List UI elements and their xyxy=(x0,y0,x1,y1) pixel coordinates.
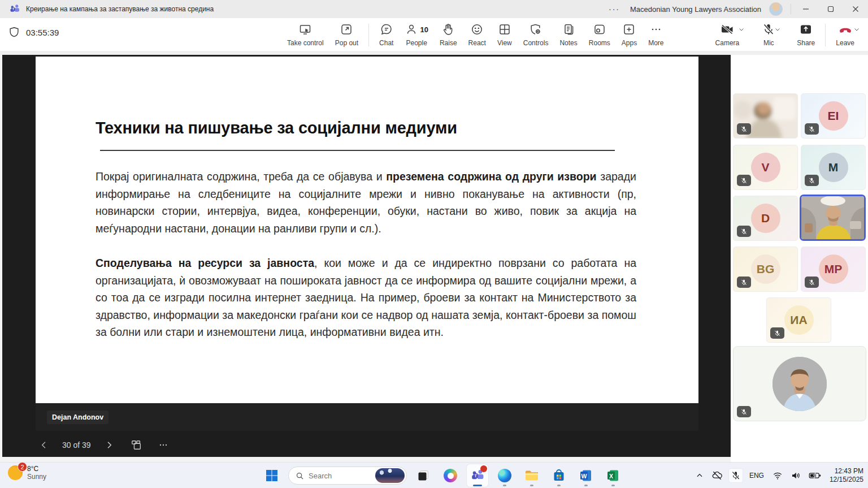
mic-muted-icon xyxy=(770,327,784,339)
notes-button[interactable]: Notes xyxy=(554,23,583,47)
account-name[interactable]: Macedonian Young Lawyers Association xyxy=(630,5,761,14)
weather-widget[interactable]: 2 8°C Sunny xyxy=(8,465,46,481)
apps-button[interactable]: Apps xyxy=(616,23,643,47)
camera-off-icon xyxy=(720,23,735,36)
participant-initials: V xyxy=(751,153,780,182)
self-view-tile[interactable] xyxy=(733,346,866,421)
search-box[interactable] xyxy=(288,467,407,485)
clock[interactable]: 12:43 PM 12/15/2025 xyxy=(830,467,863,484)
participant-tile-active-speaker[interactable] xyxy=(800,195,866,241)
search-icon xyxy=(296,472,304,480)
take-control-icon xyxy=(298,23,312,36)
weather-temp: 8°C xyxy=(27,465,46,473)
chat-button[interactable]: Chat xyxy=(374,23,399,47)
edge-button[interactable] xyxy=(494,464,515,487)
language-indicator[interactable]: ENG xyxy=(747,472,766,480)
excel-running-indicator xyxy=(611,485,615,486)
more-button[interactable]: More xyxy=(643,23,669,47)
notification-badge: 2 xyxy=(18,462,27,472)
mic-muted-icon xyxy=(737,406,751,417)
pop-out-button[interactable]: Pop out xyxy=(329,23,364,47)
mic-options-chevron-icon[interactable] xyxy=(774,26,781,33)
leave-options-chevron-icon[interactable] xyxy=(853,26,860,33)
react-icon xyxy=(470,23,484,36)
participant-tile-initials[interactable]: D xyxy=(733,196,798,241)
view-icon xyxy=(498,23,511,36)
participant-initials: D xyxy=(751,204,780,233)
maximize-button[interactable] xyxy=(818,0,843,18)
mic-muted-icon xyxy=(805,175,819,186)
presentation-stage: Техники на пишување за социјални медиуми… xyxy=(2,55,731,457)
mic-muted-icon xyxy=(737,175,751,186)
participant-initials: MP xyxy=(819,254,848,284)
participant-tile-initials[interactable]: MP xyxy=(801,247,866,292)
take-control-button[interactable]: Take control xyxy=(281,23,329,47)
minimize-button[interactable] xyxy=(793,0,818,18)
participant-tile-initials[interactable]: EI xyxy=(801,93,866,139)
titlebar-overflow-icon[interactable]: ··· xyxy=(598,5,630,14)
word-button[interactable]: W xyxy=(575,464,597,487)
tray-time: 12:43 PM xyxy=(835,467,863,475)
raise-hand-button[interactable]: Raise xyxy=(434,23,463,47)
search-highlight-image[interactable] xyxy=(375,468,405,483)
wifi-icon[interactable] xyxy=(771,469,784,482)
rooms-button[interactable]: Rooms xyxy=(583,23,616,47)
slide-paragraph-1: Покрај оригиналната содржина, треба да с… xyxy=(96,168,636,237)
task-view-button[interactable] xyxy=(413,464,434,487)
file-explorer-button[interactable] xyxy=(521,464,542,487)
svg-text:W: W xyxy=(581,473,587,480)
volume-icon[interactable] xyxy=(789,469,802,482)
participant-tile-initials[interactable]: M xyxy=(801,145,866,190)
window-titlebar: T Креирање на кампања за застапување за … xyxy=(0,0,868,18)
mic-button[interactable]: Mic xyxy=(756,23,776,47)
previous-slide-button[interactable] xyxy=(37,438,51,452)
share-button[interactable]: Share xyxy=(791,23,821,47)
onedrive-paused-icon[interactable] xyxy=(710,468,724,483)
participant-tile-initials[interactable]: V xyxy=(733,145,798,190)
raise-hand-icon xyxy=(441,23,455,36)
teams-button[interactable]: T xyxy=(467,464,488,487)
toolbar-bottom-strip xyxy=(0,51,868,55)
participant-tile-initials[interactable]: BG xyxy=(733,247,798,292)
apps-icon xyxy=(622,23,636,36)
page-indicator: 30 of 39 xyxy=(62,441,91,450)
teams-running-indicator xyxy=(473,485,482,486)
tray-mic-muted-icon[interactable] xyxy=(729,469,743,482)
account-avatar[interactable] xyxy=(769,2,783,16)
participant-tile-initials[interactable]: ИА xyxy=(766,297,831,343)
tray-date: 12/15/2025 xyxy=(830,476,863,483)
camera-options-chevron-icon[interactable] xyxy=(738,26,745,33)
slide-title-rule xyxy=(100,150,615,151)
react-button[interactable]: React xyxy=(463,23,492,47)
tray-chevron-icon[interactable] xyxy=(694,470,705,481)
people-button[interactable]: 10 People xyxy=(399,23,433,47)
start-button[interactable] xyxy=(261,464,283,487)
slide-more-options-icon[interactable] xyxy=(155,437,171,453)
participant-initials: EI xyxy=(819,101,848,131)
word-running-indicator xyxy=(584,485,588,486)
teams-logo-icon: T xyxy=(9,3,20,15)
people-icon xyxy=(405,23,418,36)
taskbar: 2 8°C Sunny T xyxy=(0,462,868,488)
copilot-button[interactable] xyxy=(440,464,461,487)
svg-text:X: X xyxy=(609,473,613,480)
participant-initials: M xyxy=(819,153,848,182)
controls-button[interactable]: Controls xyxy=(518,23,554,47)
participant-tile-video[interactable] xyxy=(733,93,798,139)
search-input[interactable] xyxy=(309,472,370,480)
close-button[interactable] xyxy=(843,0,868,18)
meeting-toolbar: 03:55:39 Take control Pop out Chat 10 Pe… xyxy=(0,18,868,51)
presenter-name: Dejan Andonov xyxy=(47,411,108,424)
participant-initials: BG xyxy=(751,254,780,284)
mic-muted-icon xyxy=(737,123,751,135)
participants-panel: EI V M D BG MP ИА xyxy=(731,55,868,462)
camera-button[interactable]: Camera xyxy=(710,23,741,47)
excel-button[interactable]: X xyxy=(602,464,624,487)
store-button[interactable] xyxy=(548,464,570,487)
next-slide-button[interactable] xyxy=(102,438,116,452)
view-button[interactable]: View xyxy=(492,23,518,47)
leave-button[interactable]: Leave xyxy=(830,23,856,47)
thumbnail-view-button[interactable] xyxy=(128,437,145,453)
battery-icon[interactable] xyxy=(807,469,823,482)
self-avatar xyxy=(772,357,827,411)
